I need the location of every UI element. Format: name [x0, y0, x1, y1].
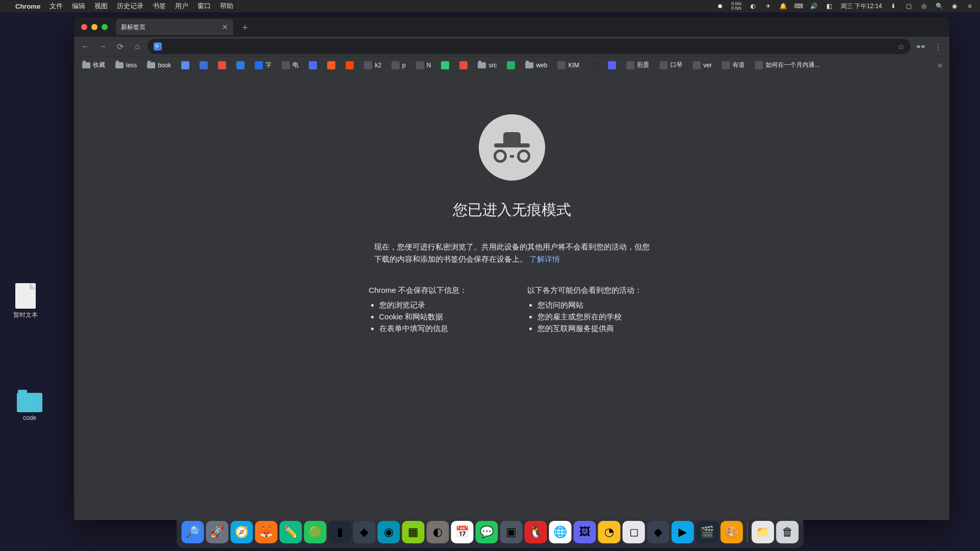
bookmark-item[interactable] [233, 59, 248, 71]
menu-file[interactable]: 文件 [50, 2, 63, 11]
status-icon[interactable]: ◐ [749, 2, 757, 10]
incognito-indicator-icon[interactable]: 👓 [914, 39, 928, 54]
dock-editor-icon[interactable]: ✏️ [280, 521, 302, 543]
dock-app3-icon[interactable]: ◉ [378, 521, 400, 543]
forward-button[interactable]: → [95, 39, 110, 54]
learn-more-link[interactable]: 了解详情 [529, 255, 560, 263]
tab-close-icon[interactable]: ✕ [222, 23, 228, 31]
siri-icon[interactable]: ◉ [950, 2, 959, 10]
notification-center-icon[interactable]: ≡ [966, 2, 974, 10]
desktop-file-label: 暂时文本 [13, 311, 38, 319]
dock-app11-icon[interactable]: 🎬 [696, 521, 719, 543]
display-icon[interactable]: ▢ [904, 2, 913, 10]
dock-terminal-icon[interactable]: ▮ [329, 521, 351, 543]
bookmark-item[interactable]: p [388, 59, 409, 71]
reload-button[interactable]: ⟳ [113, 39, 127, 54]
minimize-window-button[interactable] [91, 24, 97, 30]
menu-window[interactable]: 窗口 [198, 2, 211, 11]
chrome-menu-button[interactable]: ⋮ [931, 39, 945, 54]
back-button[interactable]: ← [78, 39, 92, 54]
browser-tab[interactable]: 新标签页 ✕ [116, 19, 233, 35]
home-button[interactable]: ⌂ [130, 39, 144, 54]
favicon-icon [557, 61, 566, 69]
dock-app9-icon[interactable]: ◆ [647, 521, 670, 543]
bookmark-item[interactable] [197, 59, 211, 71]
dock-app7-icon[interactable]: ◔ [598, 521, 621, 543]
bookmark-item[interactable]: N [413, 59, 434, 71]
menu-bookmarks[interactable]: 书签 [153, 2, 166, 11]
address-bar[interactable]: 🔍 ☆ [148, 39, 911, 54]
bookmark-item[interactable] [178, 59, 192, 71]
bookmark-item[interactable]: 煎蛋 [623, 59, 652, 71]
dock-app12-icon[interactable]: 🎨 [721, 521, 743, 543]
dock-trash-icon[interactable]: 🗑 [776, 521, 799, 543]
menu-history[interactable]: 历史记录 [117, 2, 143, 11]
dock-app2-icon[interactable]: ◆ [353, 521, 376, 543]
dock-safari-icon[interactable]: 🧭 [231, 521, 253, 543]
bell-icon[interactable]: 🔔 [779, 2, 788, 10]
screencast-icon[interactable]: ⏺ [716, 2, 724, 10]
new-tab-button[interactable]: ＋ [237, 21, 253, 33]
dock-finder-icon[interactable]: 🔎 [182, 521, 204, 543]
clock[interactable]: 周三 下午12:14 [841, 2, 882, 11]
bookmark-item[interactable]: web [522, 60, 550, 71]
bookmark-item[interactable]: 如何在一个月内通... [752, 59, 823, 71]
dock-app6-icon[interactable]: ▣ [500, 521, 523, 543]
sync-icon[interactable]: ◎ [920, 2, 928, 10]
app-icon[interactable]: ◧ [825, 2, 834, 10]
bookmark-item[interactable]: 口琴 [656, 59, 685, 71]
volume-icon[interactable]: 🔊 [810, 2, 818, 10]
menu-view[interactable]: 视图 [94, 2, 108, 11]
spotlight-icon[interactable]: 🔍 [935, 2, 943, 10]
bookmark-item[interactable]: 电 [279, 59, 302, 71]
bookmark-item[interactable] [438, 59, 452, 71]
dock-photos-icon[interactable]: 🖼 [574, 521, 596, 543]
download-icon[interactable]: ⬇ [889, 2, 897, 10]
dock-app5-icon[interactable]: ◐ [427, 521, 449, 543]
dock-folder-icon[interactable]: 📁 [752, 521, 774, 543]
dock-app10-icon[interactable]: ▶ [672, 521, 694, 543]
bookmark-item[interactable]: k2 [361, 59, 384, 71]
desktop-folder[interactable]: code [9, 393, 50, 421]
dock-wechat-icon[interactable]: 💬 [476, 521, 498, 543]
dock-app4-icon[interactable]: ▦ [402, 521, 425, 543]
bookmark-item[interactable] [504, 59, 518, 71]
menu-help[interactable]: 帮助 [220, 2, 233, 11]
bookmark-item[interactable] [605, 59, 619, 71]
bookmark-item[interactable]: 字 [252, 59, 275, 71]
site-info-icon[interactable]: 🔍 [154, 42, 162, 51]
bookmark-item[interactable]: ver [690, 59, 715, 71]
bookmark-item[interactable]: KIM [554, 59, 582, 71]
bookmark-item[interactable] [324, 59, 338, 71]
app-name[interactable]: Chrome [15, 3, 40, 10]
menu-edit[interactable]: 编辑 [72, 2, 85, 11]
url-input[interactable] [166, 42, 893, 51]
dock-chrome-icon[interactable]: 🌐 [549, 521, 572, 543]
input-icon[interactable]: ⌨ [795, 2, 803, 10]
dock-launchpad-icon[interactable]: 🚀 [206, 521, 229, 543]
bookmark-item[interactable]: src [475, 60, 500, 71]
bookmark-item[interactable]: 有道 [719, 59, 748, 71]
bookmark-item[interactable]: book [144, 60, 174, 71]
telegram-icon[interactable]: ✈ [764, 2, 772, 10]
bookmark-item[interactable] [306, 59, 320, 71]
dock-calendar-icon[interactable]: 📅 [451, 521, 474, 543]
menu-user[interactable]: 用户 [175, 2, 188, 11]
close-window-button[interactable] [81, 24, 87, 30]
favicon-icon [507, 61, 515, 69]
bookmark-star-icon[interactable]: ☆ [897, 42, 904, 52]
bookmark-item[interactable] [342, 59, 357, 71]
dock-qq-icon[interactable]: 🐧 [525, 521, 547, 543]
bookmark-item[interactable]: 收藏 [79, 59, 108, 71]
bookmark-item[interactable]: less [112, 60, 140, 71]
dock-app8-icon[interactable]: ◻ [623, 521, 645, 543]
bookmark-item[interactable] [215, 59, 229, 71]
dock-app-icon[interactable]: 🟢 [304, 521, 327, 543]
dock-firefox-icon[interactable]: 🦊 [255, 521, 278, 543]
maximize-window-button[interactable] [102, 24, 108, 30]
desktop-file[interactable]: 暂时文本 [5, 283, 46, 319]
bookmark-item[interactable] [456, 59, 471, 71]
bookmark-item[interactable] [586, 59, 601, 71]
bookmarks-overflow-button[interactable]: » [936, 59, 944, 72]
list-item: 您的雇主或您所在的学校 [537, 312, 655, 322]
